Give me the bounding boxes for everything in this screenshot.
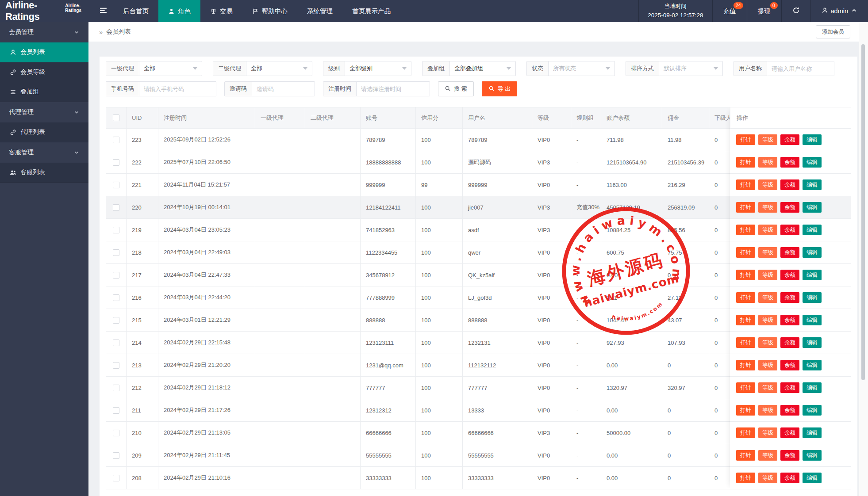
recharge-button[interactable]: 充值 24: [713, 0, 747, 22]
action-balance-button[interactable]: 余额: [780, 179, 799, 191]
row-checkbox[interactable]: [113, 272, 119, 279]
row-checkbox[interactable]: [113, 407, 119, 414]
row-checkbox[interactable]: [113, 362, 119, 369]
action-inject-button[interactable]: 打针: [736, 427, 755, 439]
action-balance-button[interactable]: 余额: [780, 337, 799, 348]
action-edit-button[interactable]: 编辑: [803, 360, 822, 371]
action-inject-button[interactable]: 打针: [736, 473, 755, 484]
row-checkbox[interactable]: [113, 137, 119, 143]
action-level-button[interactable]: 等级: [758, 427, 777, 439]
action-edit-button[interactable]: 编辑: [803, 225, 822, 236]
action-inject-button[interactable]: 打针: [736, 337, 755, 348]
scrollbar-thumb[interactable]: [861, 44, 865, 380]
action-level-button[interactable]: 等级: [758, 157, 777, 168]
action-edit-button[interactable]: 编辑: [803, 247, 822, 258]
action-level-button[interactable]: 等级: [758, 202, 777, 213]
row-checkbox[interactable]: [113, 385, 119, 391]
nav-item-1[interactable]: 后台首页: [113, 0, 158, 22]
row-checkbox[interactable]: [113, 182, 119, 188]
nav-item-4[interactable]: 帮助中心: [242, 0, 297, 22]
action-inject-button[interactable]: 打针: [736, 202, 755, 213]
filter-text-input[interactable]: [139, 82, 216, 96]
action-inject-button[interactable]: 打针: [736, 382, 755, 393]
row-checkbox[interactable]: [113, 475, 119, 481]
action-balance-button[interactable]: 余额: [780, 315, 799, 326]
filter-select-value[interactable]: 全部: [246, 61, 312, 76]
filter-select-value[interactable]: 默认排序: [659, 61, 722, 76]
action-balance-button[interactable]: 余额: [780, 134, 799, 145]
action-inject-button[interactable]: 打针: [736, 157, 755, 168]
action-inject-button[interactable]: 打针: [736, 247, 755, 258]
action-inject-button[interactable]: 打针: [736, 405, 755, 416]
action-balance-button[interactable]: 余额: [780, 473, 799, 484]
sidebar-item-8[interactable]: 客服列表: [0, 163, 88, 183]
action-edit-button[interactable]: 编辑: [803, 382, 822, 393]
sidebar-item-2[interactable]: 会员列表: [0, 42, 88, 62]
action-inject-button[interactable]: 打针: [736, 179, 755, 191]
action-balance-button[interactable]: 余额: [780, 247, 799, 258]
filter-text-input[interactable]: [357, 82, 430, 96]
row-checkbox[interactable]: [113, 227, 119, 233]
row-checkbox[interactable]: [113, 159, 119, 166]
row-checkbox[interactable]: [113, 340, 119, 346]
action-level-button[interactable]: 等级: [758, 405, 777, 416]
nav-item-6[interactable]: 首页展示产品: [342, 0, 400, 22]
row-checkbox[interactable]: [113, 204, 119, 211]
filter-select-value[interactable]: 全部级别: [345, 61, 411, 76]
action-edit-button[interactable]: 编辑: [803, 292, 822, 303]
withdraw-button[interactable]: 提现 0: [747, 0, 781, 22]
action-level-button[interactable]: 等级: [758, 292, 777, 303]
action-edit-button[interactable]: 编辑: [803, 202, 822, 213]
action-inject-button[interactable]: 打针: [736, 270, 755, 281]
action-level-button[interactable]: 等级: [758, 179, 777, 191]
action-edit-button[interactable]: 编辑: [803, 157, 822, 168]
action-balance-button[interactable]: 余额: [780, 270, 799, 281]
filter-select-value[interactable]: 全部叠加组: [450, 61, 515, 76]
action-level-button[interactable]: 等级: [758, 450, 777, 461]
action-inject-button[interactable]: 打针: [736, 450, 755, 461]
action-balance-button[interactable]: 余额: [780, 427, 799, 439]
nav-item-5[interactable]: 系统管理: [297, 0, 342, 22]
action-inject-button[interactable]: 打针: [736, 360, 755, 371]
action-inject-button[interactable]: 打针: [736, 225, 755, 236]
nav-item-2[interactable]: 角色: [158, 0, 200, 22]
action-balance-button[interactable]: 余额: [780, 405, 799, 416]
filter-select-value[interactable]: 全部: [139, 61, 202, 76]
export-button[interactable]: 导 出: [482, 81, 518, 96]
action-level-button[interactable]: 等级: [758, 473, 777, 484]
row-checkbox[interactable]: [113, 452, 119, 459]
action-inject-button[interactable]: 打针: [736, 134, 755, 145]
action-level-button[interactable]: 等级: [758, 360, 777, 371]
user-menu[interactable]: admin: [811, 0, 868, 22]
action-balance-button[interactable]: 余额: [780, 360, 799, 371]
search-button[interactable]: 搜 索: [438, 81, 474, 96]
action-level-button[interactable]: 等级: [758, 134, 777, 145]
action-balance-button[interactable]: 余额: [780, 157, 799, 168]
action-level-button[interactable]: 等级: [758, 382, 777, 393]
action-edit-button[interactable]: 编辑: [803, 134, 822, 145]
refresh-button[interactable]: [782, 0, 810, 22]
action-inject-button[interactable]: 打针: [736, 292, 755, 303]
action-level-button[interactable]: 等级: [758, 225, 777, 236]
sidebar-group-5[interactable]: 代理管理: [0, 102, 88, 122]
sidebar-item-4[interactable]: 叠加组: [0, 82, 88, 102]
action-edit-button[interactable]: 编辑: [803, 315, 822, 326]
action-inject-button[interactable]: 打针: [736, 315, 755, 326]
action-level-button[interactable]: 等级: [758, 337, 777, 348]
select-all-checkbox[interactable]: [113, 114, 119, 121]
action-balance-button[interactable]: 余额: [780, 225, 799, 236]
row-checkbox[interactable]: [113, 294, 119, 301]
action-edit-button[interactable]: 编辑: [803, 450, 822, 461]
sidebar-group-7[interactable]: 客服管理: [0, 142, 88, 163]
action-balance-button[interactable]: 余额: [780, 450, 799, 461]
action-balance-button[interactable]: 余额: [780, 202, 799, 213]
sidebar-item-3[interactable]: 会员等级: [0, 62, 88, 82]
action-balance-button[interactable]: 余额: [780, 292, 799, 303]
sidebar-item-6[interactable]: 代理列表: [0, 122, 88, 142]
add-member-button[interactable]: 添加会员: [816, 25, 850, 38]
filter-text-input[interactable]: [252, 82, 315, 96]
action-edit-button[interactable]: 编辑: [803, 473, 822, 484]
action-edit-button[interactable]: 编辑: [803, 405, 822, 416]
menu-toggle-button[interactable]: [93, 0, 113, 22]
action-edit-button[interactable]: 编辑: [803, 427, 822, 439]
